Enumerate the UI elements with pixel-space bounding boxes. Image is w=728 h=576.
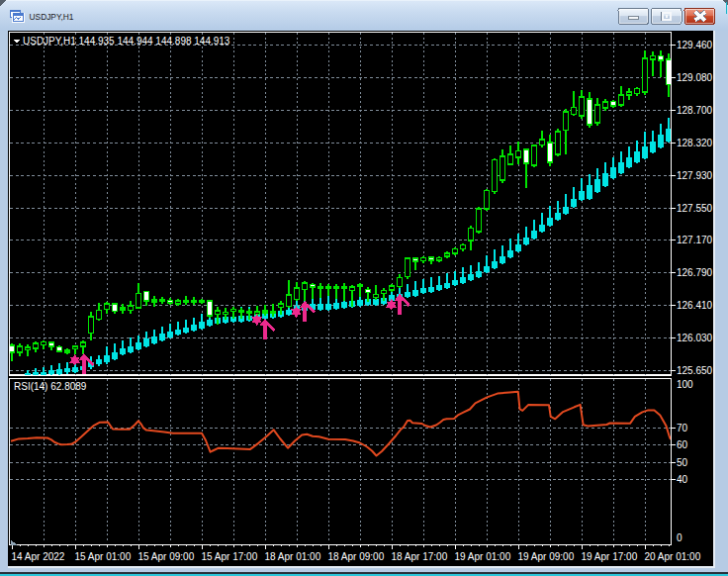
svg-text:126.410: 126.410: [677, 300, 713, 311]
svg-text:70: 70: [677, 423, 688, 433]
svg-text:127.170: 127.170: [677, 235, 713, 245]
svg-text:USDJPY,H1 144.935 144.944 144: USDJPY,H1 144.935 144.944 144.898 144.91…: [23, 36, 230, 47]
svg-text:14 Apr 2022: 14 Apr 2022: [12, 551, 65, 562]
svg-text:18 Apr 09:00: 18 Apr 09:00: [328, 551, 385, 562]
svg-text:126.790: 126.790: [677, 267, 713, 278]
svg-text:15 Apr 09:00: 15 Apr 09:00: [138, 551, 195, 562]
svg-text:129.080: 129.080: [677, 72, 713, 83]
svg-text:RSI(14) 62.8089: RSI(14) 62.8089: [14, 381, 87, 392]
svg-text:USDJPY,H1: USDJPY,H1: [30, 12, 74, 22]
svg-text:50: 50: [677, 457, 688, 468]
svg-text:126.030: 126.030: [677, 333, 713, 343]
svg-text:0: 0: [677, 532, 682, 543]
svg-text:19 Apr 17:00: 19 Apr 17:00: [582, 551, 638, 562]
svg-text:60: 60: [677, 439, 688, 450]
svg-text:15 Apr 17:00: 15 Apr 17:00: [202, 551, 258, 562]
svg-text:20 Apr 01:00: 20 Apr 01:00: [645, 551, 701, 562]
svg-text:127.930: 127.930: [677, 170, 713, 181]
svg-text:18 Apr 17:00: 18 Apr 17:00: [392, 551, 448, 562]
svg-text:18 Apr 01:00: 18 Apr 01:00: [265, 551, 321, 562]
svg-text:128.700: 128.700: [677, 105, 713, 116]
svg-text:100: 100: [677, 379, 693, 390]
svg-text:127.550: 127.550: [677, 203, 713, 214]
svg-text:15 Apr 01:00: 15 Apr 01:00: [75, 551, 132, 562]
svg-text:125.650: 125.650: [677, 365, 713, 376]
svg-text:128.320: 128.320: [677, 138, 713, 148]
svg-text:40: 40: [677, 474, 688, 485]
svg-text:19 Apr 09:00: 19 Apr 09:00: [518, 551, 575, 562]
svg-text:19 Apr 01:00: 19 Apr 01:00: [455, 551, 511, 562]
svg-text:129.460: 129.460: [677, 40, 713, 50]
